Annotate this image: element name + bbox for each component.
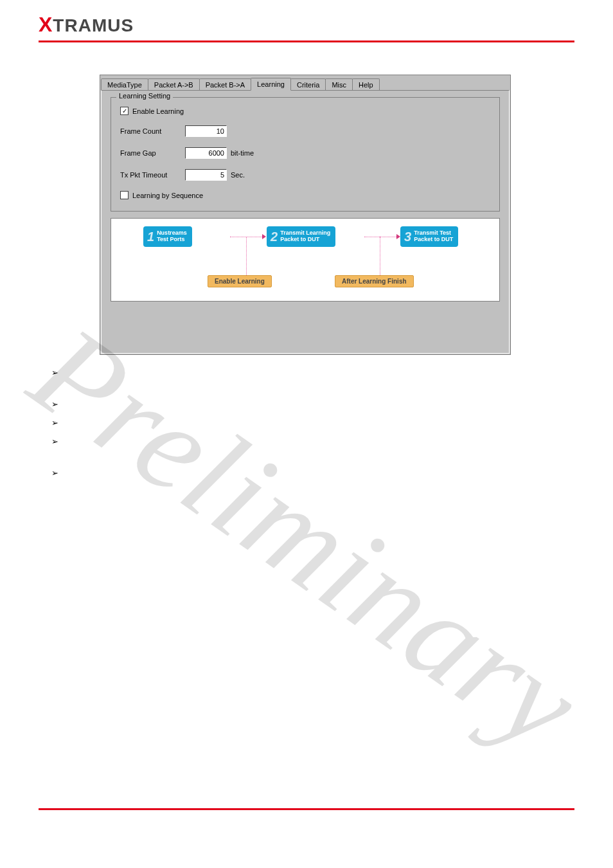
groupbox-title: Learning Setting: [116, 92, 173, 100]
diagram-step-1: 1 NustreamsTest Ports: [143, 226, 192, 247]
tab-mediatype[interactable]: MediaType: [101, 78, 148, 90]
tab-body: Learning Setting ✓ Enable Learning Frame…: [101, 90, 510, 354]
tab-help[interactable]: Help: [352, 78, 380, 90]
tx-pkt-timeout-unit: Sec.: [231, 171, 245, 179]
tab-misc[interactable]: Misc: [325, 78, 353, 90]
tx-pkt-timeout-input[interactable]: [185, 169, 227, 181]
learning-by-sequence-checkbox[interactable]: [120, 191, 129, 199]
diagram-step-3: 3 Transmit TestPacket to DUT: [400, 226, 458, 247]
arrow-2-3: [364, 237, 396, 237]
learning-flow-diagram: 1 NustreamsTest Ports 2 Transmit Learnin…: [111, 218, 500, 302]
tab-criteria[interactable]: Criteria: [290, 78, 326, 90]
step1-num: 1: [147, 230, 154, 243]
arrow-head-1-2-icon: [262, 234, 266, 239]
after-learning-finish-label-box: After Learning Finish: [335, 275, 414, 287]
logo: XTRAMUS: [39, 15, 134, 35]
frame-count-input[interactable]: [185, 125, 227, 137]
step2-num: 2: [271, 230, 278, 243]
bullet-icon: ➢: [51, 368, 58, 377]
bullet-icon: ➢: [51, 437, 58, 446]
frame-gap-input[interactable]: [185, 147, 227, 159]
step3-num: 3: [404, 230, 411, 243]
bullet-icon: ➢: [51, 468, 58, 478]
tab-learning[interactable]: Learning: [251, 78, 291, 91]
enable-learning-checkbox[interactable]: ✓: [120, 107, 129, 115]
learning-setting-group: Learning Setting ✓ Enable Learning Frame…: [111, 97, 500, 212]
footer-rule: [39, 808, 574, 810]
connector-2: [380, 237, 380, 275]
bullet-icon: ➢: [51, 399, 58, 409]
frame-gap-unit: bit-time: [231, 149, 254, 157]
enable-learning-label-box: Enable Learning: [208, 275, 272, 287]
frame-count-label: Frame Count: [120, 127, 181, 135]
learning-by-sequence-label: Learning by Sequence: [132, 192, 203, 199]
logo-x: X: [39, 13, 53, 36]
tab-strip: MediaType Packet A->B Packet B->A Learni…: [101, 76, 510, 90]
connector-1: [246, 237, 247, 275]
tab-packet-a-b[interactable]: Packet A->B: [148, 78, 200, 90]
enable-learning-label: Enable Learning: [132, 107, 184, 115]
tab-packet-b-a[interactable]: Packet B->A: [199, 78, 251, 90]
dialog-screenshot: MediaType Packet A->B Packet B->A Learni…: [100, 75, 511, 355]
tx-pkt-timeout-label: Tx Pkt Timeout: [120, 171, 181, 179]
bullet-icon: ➢: [51, 418, 58, 428]
diagram-step-2: 2 Transmit LearningPacket to DUT: [267, 226, 335, 247]
bullet-list: ➢ ➢ ➢ ➢ ➢: [51, 368, 613, 478]
frame-gap-label: Frame Gap: [120, 149, 181, 157]
header-rule: XTRAMUS: [39, 13, 574, 42]
logo-text: TRAMUS: [53, 15, 134, 35]
